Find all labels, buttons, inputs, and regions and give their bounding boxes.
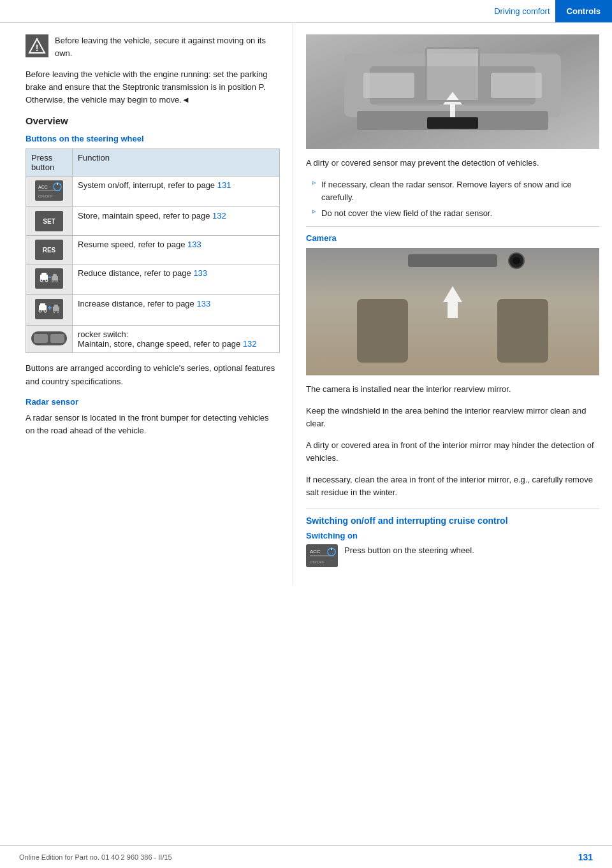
svg-rect-31 xyxy=(50,334,64,343)
svg-point-22 xyxy=(44,310,47,312)
table-col1-header: Press button xyxy=(26,149,73,177)
button-icon-dist-reduce xyxy=(26,264,73,295)
buttons-table: Press button Function ACC ON/OFF xyxy=(26,148,280,353)
switching-on-text: Press button on the steering wheel. xyxy=(344,544,474,557)
svg-rect-24 xyxy=(54,305,58,307)
table-func-2: Store, maintain speed, refer to page 132 xyxy=(73,207,280,236)
switching-on-icon: ACC ON/OFF xyxy=(306,544,338,569)
table-row: ACC ON/OFF System on/off, interrupt, ref… xyxy=(26,177,280,207)
svg-text:ACC: ACC xyxy=(310,549,321,554)
table-row: rocker switch: Maintain, store, change s… xyxy=(26,326,280,353)
bullet-arrow-icon: ▹ xyxy=(312,178,316,187)
svg-rect-43 xyxy=(497,299,548,363)
warning-text: Before leaving the vehicle, secure it ag… xyxy=(55,34,280,59)
link-page-132a[interactable]: 132 xyxy=(212,211,226,221)
table-func-1: System on/off, interrupt, refer to page … xyxy=(73,177,280,207)
section-divider xyxy=(306,226,599,227)
svg-rect-14 xyxy=(53,274,57,277)
svg-rect-20 xyxy=(40,303,45,307)
footer-right: 131 xyxy=(578,852,593,862)
svg-text:ON/OFF: ON/OFF xyxy=(38,194,53,198)
svg-point-46 xyxy=(513,257,520,264)
camera-text-2: Keep the windshield in the area behind t… xyxy=(306,405,599,430)
svg-rect-36 xyxy=(427,117,478,129)
table-func-5: Increase distance, refer to page 133 xyxy=(73,295,280,326)
res-button-icon: RES xyxy=(35,240,63,260)
camera-text-1: The camera is installed near the interio… xyxy=(306,383,599,396)
warning-box: ! Before leaving the vehicle, secure it … xyxy=(26,34,280,59)
left-column: ! Before leaving the vehicle, secure it … xyxy=(0,23,293,586)
button-icon-dist-increase xyxy=(26,295,73,326)
table-row: Reduce distance, refer to page 133 xyxy=(26,264,280,295)
svg-text:ACC: ACC xyxy=(38,185,48,189)
svg-text:ON/OFF: ON/OFF xyxy=(310,560,324,564)
svg-rect-30 xyxy=(34,334,48,343)
link-page-131a[interactable]: 131 xyxy=(217,180,231,190)
svg-rect-48 xyxy=(448,302,458,318)
svg-rect-40 xyxy=(450,105,455,117)
svg-point-26 xyxy=(57,311,59,313)
button-icon-rocker xyxy=(26,326,73,353)
svg-rect-8 xyxy=(35,268,63,289)
svg-rect-23 xyxy=(53,307,59,311)
radar-bullet-1-text: If necessary, clean the radar sensor. Re… xyxy=(321,178,599,203)
table-row: Increase distance, refer to page 133 xyxy=(26,295,280,326)
svg-rect-10 xyxy=(41,273,47,276)
table-row: SET Store, maintain speed, refer to page… xyxy=(26,207,280,236)
svg-rect-13 xyxy=(52,276,58,280)
page-header: Driving comfort Controls xyxy=(0,0,612,23)
button-icon-set: SET xyxy=(26,207,73,236)
radar-caption: A dirty or covered sensor may prevent th… xyxy=(306,157,599,170)
link-page-133b[interactable]: 133 xyxy=(193,268,207,278)
header-tab-controls: Controls xyxy=(555,0,612,22)
svg-point-12 xyxy=(45,279,48,282)
svg-point-11 xyxy=(40,279,43,282)
svg-point-25 xyxy=(54,311,55,313)
link-page-133c[interactable]: 133 xyxy=(196,299,210,308)
buttons-heading: Buttons on the steering wheel xyxy=(26,134,280,143)
camera-text-4: If necessary, clean the area in front of… xyxy=(306,474,599,499)
link-page-132b[interactable]: 132 xyxy=(243,339,257,349)
camera-text-3: A dirty or covered area in front of the … xyxy=(306,439,599,465)
svg-text:!: ! xyxy=(36,43,39,53)
main-content: ! Before leaving the vehicle, secure it … xyxy=(0,23,612,586)
right-column: A dirty or covered sensor may prevent th… xyxy=(293,23,612,586)
radar-heading: Radar sensor xyxy=(26,397,280,407)
buttons-note: Buttons are arranged according to vehicl… xyxy=(26,362,280,387)
switching-heading: Switching on/off and interrupting cruise… xyxy=(306,516,599,526)
table-col2-header: Function xyxy=(73,149,280,177)
svg-point-21 xyxy=(39,310,41,312)
svg-rect-38 xyxy=(491,73,542,98)
header-section-label: Driving comfort xyxy=(494,6,555,16)
radar-text: A radar sensor is located in the front b… xyxy=(26,412,280,437)
svg-rect-42 xyxy=(357,299,408,363)
button-icon-res: RES xyxy=(26,236,73,264)
overview-heading: Overview xyxy=(26,115,280,126)
table-row: RES Resume speed, refer to page 133 xyxy=(26,236,280,264)
svg-point-16 xyxy=(56,280,58,282)
section-divider-2 xyxy=(306,509,599,509)
camera-image xyxy=(306,248,599,375)
page-footer: Online Edition for Part no. 01 40 2 960 … xyxy=(0,845,612,868)
table-func-4: Reduce distance, refer to page 133 xyxy=(73,264,280,295)
footer-text: Online Edition for Part no. 01 40 2 960 … xyxy=(19,853,172,861)
button-icon-cc-onoff: ACC ON/OFF xyxy=(26,177,73,207)
svg-rect-44 xyxy=(408,254,497,267)
radar-bullet-2: ▹ Do not cover the view field of the rad… xyxy=(306,207,599,220)
svg-point-15 xyxy=(52,280,54,282)
table-func-6: rocker switch: Maintain, store, change s… xyxy=(73,326,280,353)
switching-on-row: ACC ON/OFF Press button on the steering … xyxy=(306,544,599,569)
radar-sensor-image xyxy=(306,34,599,149)
switching-on-subheading: Switching on xyxy=(306,531,599,540)
bullet-arrow-icon: ▹ xyxy=(312,207,316,215)
link-page-133a[interactable]: 133 xyxy=(187,240,201,249)
svg-rect-37 xyxy=(363,73,414,98)
table-func-3: Resume speed, refer to page 133 xyxy=(73,236,280,264)
page-number: 131 xyxy=(578,852,593,862)
radar-bullet-2-text: Do not cover the view field of the radar… xyxy=(321,207,492,220)
warning-icon: ! xyxy=(26,34,48,57)
camera-heading: Camera xyxy=(306,233,599,243)
set-button-icon: SET xyxy=(35,211,63,231)
svg-marker-39 xyxy=(443,92,462,105)
radar-bullet-1: ▹ If necessary, clean the radar sensor. … xyxy=(306,178,599,203)
